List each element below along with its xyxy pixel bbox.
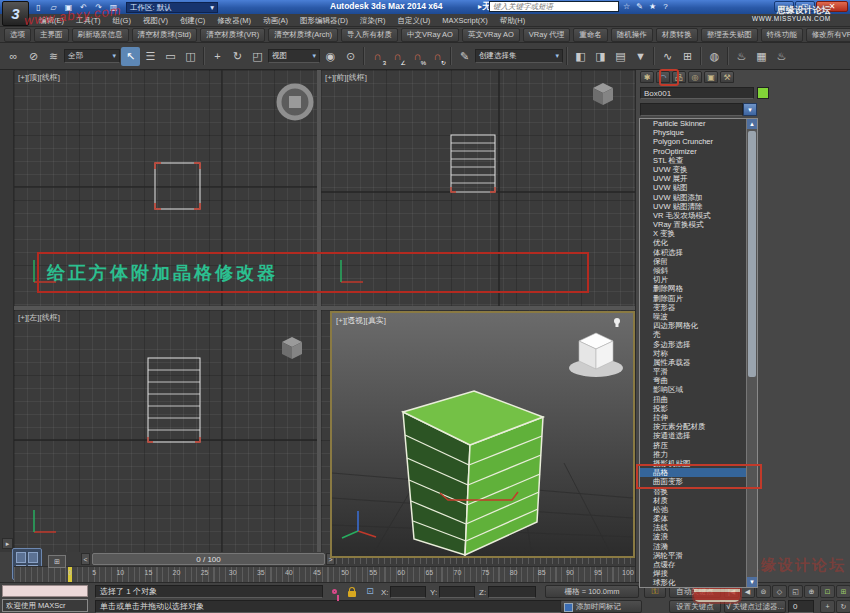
script-toolbar-button[interactable]: 导入所有材质 — [341, 28, 398, 42]
modifier-list-item[interactable]: 优化 — [640, 238, 757, 247]
edit-named-selection-sets-icon[interactable]: ✎ — [455, 47, 474, 66]
bind-to-spacewarp-icon[interactable]: ≋ — [44, 47, 63, 66]
prev-frame-button[interactable]: < — [81, 553, 90, 565]
modifier-list-item[interactable]: 球形化 — [640, 578, 757, 587]
modifier-list-item[interactable]: 按通道选择 — [640, 431, 757, 440]
viewport-front-label[interactable]: [+][前][线框] — [325, 72, 367, 83]
spinner-snap-icon[interactable]: ∩↻ — [428, 47, 447, 66]
select-and-manipulate-icon[interactable]: ⊙ — [341, 47, 360, 66]
script-toolbar-button[interactable]: 刷新场景信息 — [72, 28, 129, 42]
scroll-down-icon[interactable]: ▼ — [747, 577, 757, 587]
absolute-mode-icon[interactable]: ⊡ — [363, 586, 377, 598]
modifier-list-item[interactable]: 变形器 — [640, 303, 757, 312]
modifier-list-item[interactable]: X 变换 — [640, 229, 757, 238]
rect-selection-region-icon[interactable]: ▭ — [161, 47, 180, 66]
script-toolbar-button[interactable]: 材质转换 — [656, 28, 698, 42]
pan-icon[interactable]: + — [820, 600, 835, 613]
menu-item[interactable]: 创建(C) — [174, 14, 211, 27]
modifier-list-item[interactable]: 多边形选择 — [640, 340, 757, 349]
modifier-list-item[interactable]: 法线 — [640, 523, 757, 532]
mini-curve-editor-icon[interactable]: ⊞ — [48, 555, 66, 568]
maxscript-mini-listener[interactable] — [2, 585, 88, 597]
modifier-list-item[interactable]: UVW 贴图清除 — [640, 202, 757, 211]
modifier-list-item[interactable]: 噪波 — [640, 312, 757, 321]
modifier-list-item[interactable]: 切片 — [640, 275, 757, 284]
viewport-left[interactable]: [+][左][线框] — [14, 310, 317, 552]
star-icon[interactable]: ☆ — [621, 2, 632, 11]
isolate-key-icon[interactable] — [327, 586, 341, 598]
search-go-icon[interactable]: ▸ — [478, 1, 487, 12]
use-pivot-center-icon[interactable]: ◉ — [321, 47, 340, 66]
search-input[interactable] — [489, 1, 619, 12]
script-toolbar-button[interactable]: 选项 — [4, 28, 31, 42]
material-editor-icon[interactable]: ◍ — [705, 47, 724, 66]
curve-editor-icon[interactable]: ∿ — [658, 47, 677, 66]
modifier-list-item[interactable]: ProOptimizer — [640, 147, 757, 156]
graphite-ribbon-icon[interactable]: ▼ — [631, 47, 650, 66]
modifier-list-item[interactable]: 扭曲 — [640, 395, 757, 404]
named-selection-set-dropdown[interactable]: 创建选择集 ▾ — [475, 49, 563, 63]
scroll-up-icon[interactable]: ▲ — [747, 119, 757, 129]
modifier-list-item[interactable]: 删除面片 — [640, 294, 757, 303]
modifier-list-item[interactable]: 壳 — [640, 330, 757, 339]
schematic-view-icon[interactable]: ⊞ — [678, 47, 697, 66]
script-toolbar-button[interactable]: 特殊功能 — [761, 28, 803, 42]
script-toolbar-button[interactable]: 修改所有VRayMtl — [806, 28, 850, 42]
script-toolbar-button[interactable]: VRay 代理 — [523, 28, 570, 42]
viewport-splitter-horizontal[interactable] — [14, 306, 635, 310]
modifier-list-item[interactable]: 按元素分配材质 — [640, 422, 757, 431]
menu-item[interactable]: 动画(A) — [257, 14, 294, 27]
menu-item[interactable]: 图形编辑器(D) — [294, 14, 354, 27]
modifier-list-item[interactable]: UVW 变换 — [640, 165, 757, 174]
modifier-list-item[interactable]: 拉伸 — [640, 413, 757, 422]
current-frame-field[interactable]: 0 — [788, 600, 814, 613]
z-coordinate-field[interactable] — [488, 586, 536, 598]
script-toolbar-button[interactable]: 清空材质球(Std) — [132, 28, 198, 42]
render-setup-icon[interactable]: ♨ — [732, 47, 751, 66]
select-and-scale-icon[interactable]: ◰ — [248, 47, 267, 66]
strip-expand-icon[interactable]: ▸ — [2, 538, 13, 549]
script-toolbar-button[interactable]: 重命名 — [573, 28, 608, 42]
script-toolbar-button[interactable]: 清空材质球(VR) — [200, 28, 265, 42]
angle-snap-icon[interactable]: ∩∠ — [388, 47, 407, 66]
modifier-list-item[interactable]: 弯曲 — [640, 376, 757, 385]
modifier-list-item[interactable]: 挤压 — [640, 441, 757, 450]
layer-manager-icon[interactable]: ▤ — [611, 47, 630, 66]
modifier-list-item[interactable]: Particle Skinner — [640, 119, 757, 128]
script-toolbar-button[interactable]: 随机操作 — [611, 28, 653, 42]
modifier-list-item[interactable]: 材质 — [640, 496, 757, 505]
script-toolbar-button[interactable]: 英文VRay AO — [462, 28, 520, 42]
modifier-list-item[interactable]: VR 毛发农场模式 — [640, 211, 757, 220]
snap-toggle-3d-icon[interactable]: ∩3 — [368, 47, 387, 66]
mirror-icon[interactable]: ◧ — [571, 47, 590, 66]
key-mode-toggle-icon[interactable]: ⊜ — [756, 585, 771, 598]
script-toolbar-button[interactable]: 清空材质球(Arch) — [268, 28, 338, 42]
modifier-list-item[interactable]: 松弛 — [640, 505, 757, 514]
workspace-dropdown[interactable]: 工作区: 默认 ▾ — [126, 2, 218, 13]
maximize-viewport-icon[interactable]: ◱ — [788, 585, 803, 598]
viewport-splitter-vertical[interactable] — [317, 70, 321, 552]
menu-item[interactable]: 视图(V) — [137, 14, 174, 27]
selection-lock-icon[interactable] — [345, 586, 359, 598]
modifier-list-item[interactable]: 保留 — [640, 257, 757, 266]
modifier-list-item[interactable]: UVW 展开 — [640, 174, 757, 183]
menu-item[interactable]: 渲染(R) — [354, 14, 391, 27]
modifier-list-item[interactable]: 倾斜 — [640, 266, 757, 275]
script-toolbar-button[interactable]: 整理丢失贴图 — [701, 28, 758, 42]
modifier-list-item[interactable]: 四边形网格化 — [640, 321, 757, 330]
modifier-list-item[interactable]: 点缓存 — [640, 560, 757, 569]
menu-item[interactable]: MAXScript(X) — [436, 14, 493, 27]
tab-create-icon[interactable]: ✱ — [640, 71, 654, 83]
maxscript-listener-label[interactable]: 欢迎使用 MAXScr — [2, 599, 88, 612]
tab-utilities-icon[interactable]: ⚒ — [720, 71, 734, 83]
script-toolbar-button[interactable]: 主界面 — [34, 28, 69, 42]
modifier-list-item[interactable]: 删除网格 — [640, 284, 757, 293]
field-of-view-icon[interactable]: ◇ — [772, 585, 787, 598]
viewport-perspective[interactable]: [+][透视][真实] — [330, 311, 635, 558]
modifier-list-item[interactable]: 属性承载器 — [640, 358, 757, 367]
modifier-list-combobox[interactable] — [640, 103, 743, 116]
modifier-list-item[interactable]: 涡轮平滑 — [640, 551, 757, 560]
zoom-extents-icon[interactable]: ⊡ — [820, 585, 835, 598]
render-production-icon[interactable]: ♨ — [772, 47, 791, 66]
modifier-list-item[interactable]: STL 检查 — [640, 156, 757, 165]
